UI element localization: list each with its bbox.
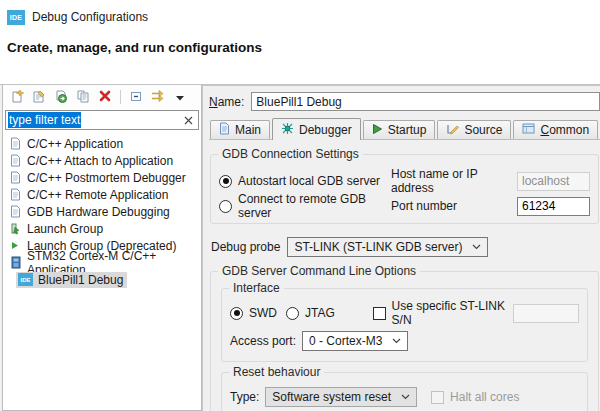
port-number-label: Port number bbox=[391, 199, 517, 213]
cpp-attach-icon bbox=[9, 154, 22, 167]
tab-label: Startup bbox=[388, 123, 427, 137]
group-title: Reset behaviour bbox=[229, 365, 324, 379]
export-configuration-button[interactable] bbox=[52, 88, 70, 106]
tab-label: Main bbox=[235, 123, 261, 137]
swd-radio[interactable]: SWD bbox=[230, 306, 286, 320]
tree-item-gdb-hardware[interactable]: GDB Hardware Debugging bbox=[3, 203, 201, 220]
ide-logo-icon: IDE bbox=[7, 10, 25, 25]
source-tab-icon bbox=[446, 123, 459, 138]
autostart-local-gdb-label: Autostart local GDB server bbox=[238, 174, 380, 188]
halt-all-cores-label: Halt all cores bbox=[450, 390, 519, 404]
radio-icon bbox=[219, 175, 232, 188]
jtag-radio[interactable]: JTAG bbox=[286, 306, 373, 320]
stlink-serial-input bbox=[513, 304, 579, 323]
tree-item-label: GDB Hardware Debugging bbox=[27, 205, 170, 219]
connect-remote-gdb-label: Connect to remote GDB server bbox=[238, 192, 391, 220]
tree-item-label: C/C++ Application bbox=[27, 137, 123, 151]
connect-remote-gdb-radio[interactable]: Connect to remote GDB server bbox=[219, 192, 391, 220]
radio-icon bbox=[286, 307, 299, 320]
delete-configuration-icon bbox=[98, 89, 112, 106]
new-prototype-button[interactable] bbox=[30, 88, 48, 106]
common-tab-icon bbox=[522, 123, 535, 137]
checkbox-icon bbox=[431, 391, 444, 404]
debug-probe-label: Debug probe bbox=[211, 240, 280, 254]
tab-label: Debugger bbox=[299, 123, 352, 137]
tree-item-cpp-postmortem[interactable]: C/C++ Postmortem Debugger bbox=[3, 169, 201, 186]
tree-item-cpp-application[interactable]: C/C++ Application bbox=[3, 135, 201, 152]
dialog-subtitle: Create, manage, and run configurations bbox=[7, 40, 592, 55]
use-specific-stlink-label: Use specific ST-LINK S/N bbox=[392, 299, 514, 327]
access-port-value: 0 - Cortex-M3 bbox=[309, 334, 382, 348]
debug-probe-select[interactable]: ST-LINK (ST-LINK GDB server) bbox=[287, 237, 488, 257]
new-configuration-icon bbox=[10, 89, 24, 106]
duplicate-configuration-icon bbox=[76, 89, 90, 106]
tree-item-cpp-remote[interactable]: C/C++ Remote Application bbox=[3, 186, 201, 203]
tab-label: Source bbox=[464, 123, 502, 137]
tab-source[interactable]: Source bbox=[437, 120, 511, 139]
group-title: GDB Server Command Line Options bbox=[218, 264, 420, 278]
reset-behaviour-group: Reset behaviour Type: Software system re… bbox=[221, 372, 588, 411]
halt-all-cores-checkbox: Halt all cores bbox=[431, 390, 519, 404]
chevron-down-icon bbox=[472, 244, 481, 250]
access-port-select[interactable]: 0 - Cortex-M3 bbox=[302, 331, 408, 351]
reset-type-label: Type: bbox=[230, 390, 259, 404]
use-specific-stlink-checkbox[interactable]: Use specific ST-LINK S/N bbox=[373, 299, 514, 327]
collapse-all-icon bbox=[129, 89, 143, 106]
chevron-down-icon bbox=[401, 394, 410, 400]
configurations-toolbar bbox=[3, 85, 201, 109]
clear-filter-button[interactable] bbox=[184, 116, 193, 125]
dialog-title: Debug Configurations bbox=[32, 10, 148, 24]
name-input[interactable] bbox=[251, 92, 600, 111]
configuration-detail-panel: Name: Main Debugger Startup S bbox=[202, 85, 600, 411]
filter-input[interactable]: type filter text bbox=[5, 110, 199, 130]
configurations-tree: C/C++ Application C/C++ Attach to Applic… bbox=[3, 132, 201, 410]
dialog-header: IDE Debug Configurations Create, manage,… bbox=[0, 0, 600, 85]
filter-configurations-button[interactable] bbox=[149, 88, 167, 106]
gdb-connection-settings-group: GDB Connection Settings Autostart local … bbox=[210, 154, 599, 224]
group-title: Interface bbox=[229, 281, 284, 295]
name-label: Name: bbox=[209, 95, 244, 109]
gdb-server-options-group: GDB Server Command Line Options Interfac… bbox=[210, 271, 599, 411]
group-title: GDB Connection Settings bbox=[218, 147, 363, 161]
delete-configuration-button[interactable] bbox=[96, 88, 114, 106]
tab-startup[interactable]: Startup bbox=[363, 120, 436, 139]
debug-probe-value: ST-LINK (ST-LINK GDB server) bbox=[294, 240, 462, 254]
view-menu-button[interactable] bbox=[171, 88, 189, 106]
tree-item-label: C/C++ Attach to Application bbox=[27, 154, 173, 168]
new-prototype-icon bbox=[32, 89, 46, 106]
swd-label: SWD bbox=[249, 306, 277, 320]
tree-item-launch-group[interactable]: Launch Group bbox=[3, 220, 201, 237]
startup-tab-icon bbox=[372, 123, 383, 138]
cpp-postmortem-icon bbox=[9, 171, 22, 184]
export-configuration-icon bbox=[54, 89, 68, 106]
host-name-input bbox=[517, 172, 590, 191]
view-menu-chevron-icon bbox=[176, 90, 185, 104]
configurations-panel: type filter text C/C++ Application C/C++… bbox=[2, 85, 202, 411]
debugger-tab-icon bbox=[281, 122, 294, 138]
tab-main[interactable]: Main bbox=[210, 120, 270, 139]
tree-item-label: C/C++ Remote Application bbox=[27, 188, 168, 202]
checkbox-icon bbox=[373, 307, 386, 320]
tab-debugger[interactable]: Debugger bbox=[272, 118, 361, 140]
reset-type-select[interactable]: Software system reset bbox=[265, 387, 417, 407]
tab-common[interactable]: Common bbox=[513, 120, 598, 139]
filter-input-text: type filter text bbox=[8, 112, 81, 128]
stm32-application-icon bbox=[9, 256, 22, 269]
filter-configurations-icon bbox=[151, 89, 166, 106]
interface-group: Interface SWD JTAG bbox=[221, 288, 588, 362]
tree-item-stm32-application[interactable]: STM32 Cortex-M C/C++ Application bbox=[3, 254, 201, 271]
launch-group-icon bbox=[9, 222, 22, 235]
tree-item-label: C/C++ Postmortem Debugger bbox=[27, 171, 186, 185]
tab-label: Common bbox=[540, 123, 589, 137]
debug-configurations-dialog: IDE Debug Configurations Create, manage,… bbox=[0, 0, 600, 411]
main-tab-icon bbox=[219, 122, 230, 138]
port-number-input[interactable] bbox=[517, 197, 590, 216]
tree-item-label: BluePill1 Debug bbox=[38, 273, 123, 287]
reset-type-value: Software system reset bbox=[272, 390, 391, 404]
tree-item-cpp-attach[interactable]: C/C++ Attach to Application bbox=[3, 152, 201, 169]
autostart-local-gdb-radio[interactable]: Autostart local GDB server bbox=[219, 174, 391, 188]
jtag-label: JTAG bbox=[305, 306, 335, 320]
new-configuration-button[interactable] bbox=[8, 88, 26, 106]
collapse-all-button[interactable] bbox=[127, 88, 145, 106]
duplicate-configuration-button[interactable] bbox=[74, 88, 92, 106]
